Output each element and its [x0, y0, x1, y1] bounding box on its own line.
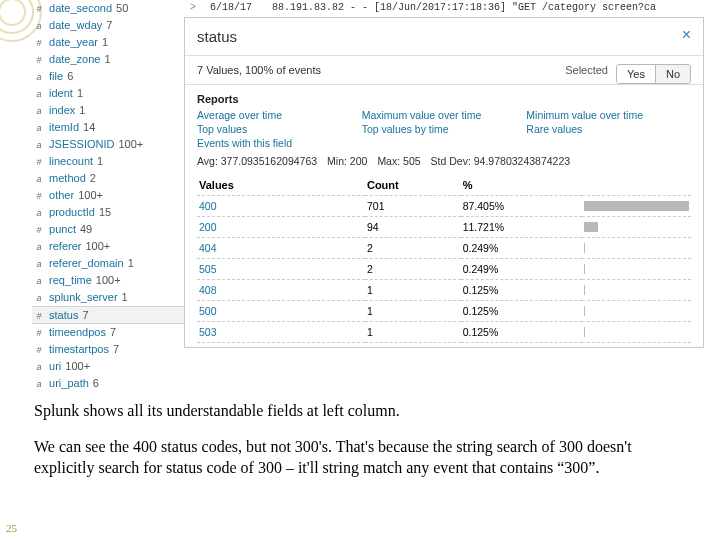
- field-row-file[interactable]: a file6: [32, 68, 184, 85]
- field-stats: Avg: 377.0935162094763Min: 200Max: 505St…: [197, 155, 691, 167]
- field-name: date_wday: [49, 19, 102, 31]
- field-name: itemId: [49, 121, 79, 133]
- field-count: 7: [106, 19, 112, 31]
- type-icon: #: [32, 222, 46, 239]
- field-row-ident[interactable]: a ident1: [32, 85, 184, 102]
- type-icon: #: [32, 1, 46, 18]
- value-row[interactable]: 50520.249%: [197, 259, 691, 280]
- type-icon: #: [32, 154, 46, 171]
- report-link[interactable]: Top values: [197, 123, 362, 135]
- field-name: index: [49, 104, 75, 116]
- field-count: 100+: [78, 189, 103, 201]
- value-row[interactable]: 2009411.721%: [197, 217, 691, 238]
- field-row-timestartpos[interactable]: # timestartpos7: [32, 341, 184, 358]
- pct: 11.721%: [461, 217, 583, 238]
- value: 503: [197, 322, 365, 343]
- field-row-date_wday[interactable]: a date_wday7: [32, 17, 184, 34]
- count: 94: [365, 217, 461, 238]
- expand-icon[interactable]: >: [190, 2, 196, 13]
- value-row[interactable]: 40420.249%: [197, 238, 691, 259]
- value: 500: [197, 301, 365, 322]
- field-count: 100+: [96, 274, 121, 286]
- type-icon: a: [32, 137, 46, 154]
- field-name: file: [49, 70, 63, 82]
- type-icon: a: [32, 171, 46, 188]
- field-count: 1: [122, 291, 128, 303]
- field-row-status[interactable]: # status7: [32, 306, 184, 324]
- value-row[interactable]: 40070187.405%: [197, 196, 691, 217]
- field-row-productId[interactable]: a productId15: [32, 204, 184, 221]
- type-icon: a: [32, 239, 46, 256]
- fields-sidebar[interactable]: # date_second50a date_wday7# date_year1#…: [32, 0, 184, 392]
- field-name: linecount: [49, 155, 93, 167]
- report-link[interactable]: Events with this field: [197, 137, 691, 149]
- field-row-date_zone[interactable]: # date_zone1: [32, 51, 184, 68]
- report-link[interactable]: Rare values: [526, 123, 691, 135]
- value: 404: [197, 238, 365, 259]
- report-link[interactable]: Minimum value over time: [526, 109, 691, 121]
- count: 1: [365, 280, 461, 301]
- value-row[interactable]: 50010.125%: [197, 301, 691, 322]
- type-icon: a: [32, 256, 46, 273]
- bar-icon: [584, 327, 585, 337]
- field-name: referer_domain: [49, 257, 124, 269]
- field-row-date_year[interactable]: # date_year1: [32, 34, 184, 51]
- type-icon: a: [32, 86, 46, 103]
- event-row[interactable]: > 6/18/17 88.191.83.82 - - [18/Jun/2017:…: [184, 0, 704, 15]
- report-link[interactable]: Top values by time: [362, 123, 527, 135]
- report-link[interactable]: Maximum value over time: [362, 109, 527, 121]
- count: 2: [365, 259, 461, 280]
- field-row-req_time[interactable]: a req_time100+: [32, 272, 184, 289]
- field-count: 1: [97, 155, 103, 167]
- bar-icon: [584, 201, 689, 211]
- type-icon: a: [32, 359, 46, 376]
- bar-icon: [584, 306, 585, 316]
- field-row-index[interactable]: a index1: [32, 102, 184, 119]
- field-row-method[interactable]: a method2: [32, 170, 184, 187]
- value-row[interactable]: 50310.125%: [197, 322, 691, 343]
- field-row-other[interactable]: # other100+: [32, 187, 184, 204]
- toggle-no[interactable]: No: [655, 65, 690, 83]
- selected-toggle[interactable]: YesNo: [616, 64, 691, 84]
- field-name: date_zone: [49, 53, 100, 65]
- field-row-date_second[interactable]: # date_second50: [32, 0, 184, 17]
- report-link[interactable]: Average over time: [197, 109, 362, 121]
- col-count: Count: [365, 175, 461, 196]
- field-count: 1: [104, 53, 110, 65]
- field-count: 49: [80, 223, 92, 235]
- field-row-uri[interactable]: a uri100+: [32, 358, 184, 375]
- field-name: date_second: [49, 2, 112, 14]
- field-name: punct: [49, 223, 76, 235]
- value: 408: [197, 280, 365, 301]
- value: 505: [197, 259, 365, 280]
- field-row-punct[interactable]: # punct49: [32, 221, 184, 238]
- col-values: Values: [197, 175, 365, 196]
- pct: 87.405%: [461, 196, 583, 217]
- field-row-timeendpos[interactable]: # timeendpos7: [32, 324, 184, 341]
- value-row[interactable]: 40810.125%: [197, 280, 691, 301]
- field-row-linecount[interactable]: # linecount1: [32, 153, 184, 170]
- field-name: other: [49, 189, 74, 201]
- field-detail-panel: × status 7 Values, 100% of events YesNo …: [184, 17, 704, 348]
- slide-caption: Splunk shows all its understandable fiel…: [34, 400, 694, 493]
- field-row-itemId[interactable]: a itemId14: [32, 119, 184, 136]
- field-row-JSESSIONID[interactable]: a JSESSIONID100+: [32, 136, 184, 153]
- field-count: 7: [82, 309, 88, 321]
- toggle-yes[interactable]: Yes: [617, 65, 655, 83]
- field-name: referer: [49, 240, 81, 252]
- pct: 0.249%: [461, 238, 583, 259]
- type-icon: a: [32, 290, 46, 307]
- field-row-splunk_server[interactable]: a splunk_server1: [32, 289, 184, 306]
- pct: 0.125%: [461, 301, 583, 322]
- field-count: 1: [79, 104, 85, 116]
- field-count: 14: [83, 121, 95, 133]
- field-row-referer[interactable]: a referer100+: [32, 238, 184, 255]
- pct: 0.125%: [461, 280, 583, 301]
- field-row-uri_path[interactable]: a uri_path6: [32, 375, 184, 392]
- field-row-referer_domain[interactable]: a referer_domain1: [32, 255, 184, 272]
- event-date: 6/18/17: [210, 2, 252, 13]
- count: 1: [365, 322, 461, 343]
- field-count: 50: [116, 2, 128, 14]
- field-count: 1: [77, 87, 83, 99]
- close-icon[interactable]: ×: [682, 28, 691, 42]
